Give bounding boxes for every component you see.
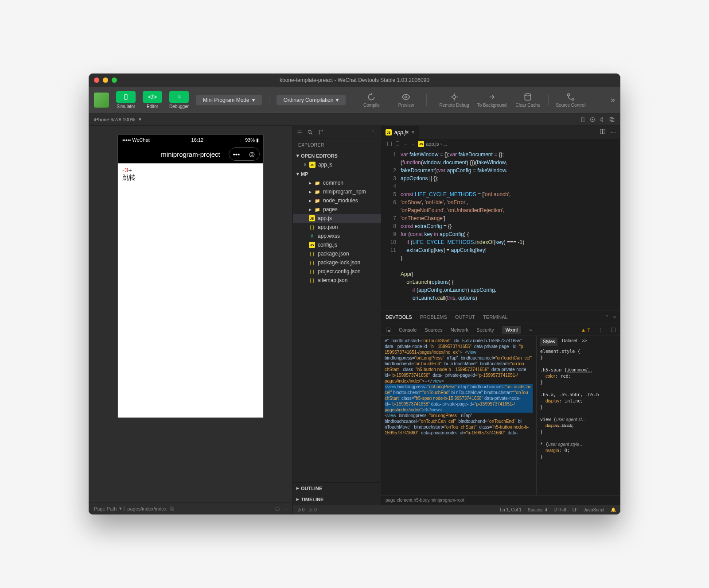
svg-point-8 <box>592 119 593 120</box>
code-editor[interactable]: 1234567891011 var fakeWindow = {};var fa… <box>381 149 620 310</box>
bookmark-icon[interactable] <box>394 141 401 147</box>
warning-badge[interactable]: ▲ 7 <box>581 327 590 333</box>
warn-count[interactable]: ⚠ 0 <box>309 507 316 512</box>
tree-item[interactable]: # app.wxss <box>293 232 381 240</box>
preview-button[interactable]: Preview <box>393 93 419 108</box>
clear-cache-button[interactable]: Clear Cache <box>514 93 541 108</box>
tab-problems[interactable]: PROBLEMS <box>420 314 447 320</box>
mp-section[interactable]: ▾ MP <box>293 169 381 178</box>
encoding[interactable]: UTF-8 <box>553 507 566 512</box>
simulator-button[interactable]: Simulator <box>116 91 136 109</box>
more-icon[interactable]: » <box>529 327 532 333</box>
compile-button[interactable]: Compile <box>358 93 385 108</box>
label: Simulator <box>117 104 135 109</box>
svg-rect-19 <box>387 142 391 146</box>
more-icon[interactable]: » <box>611 95 615 104</box>
chevron-up-icon[interactable]: ⌃ <box>605 314 609 320</box>
kebab-icon[interactable]: ⋮ <box>598 327 603 333</box>
copy-icon[interactable] <box>169 506 175 511</box>
traffic-lights <box>94 77 117 83</box>
expand-icon[interactable] <box>371 129 378 135</box>
editor-button[interactable]: </> Editor <box>143 91 162 109</box>
device-select[interactable]: iPhone 6/7/8 100% <box>94 117 135 122</box>
open-editor-item[interactable]: × JS app.js <box>293 160 381 169</box>
rotate-icon[interactable] <box>580 116 586 123</box>
eol[interactable]: LF <box>573 507 578 512</box>
more-icon[interactable]: ··· <box>610 128 616 136</box>
tab-app-js[interactable]: JS app.js × <box>381 126 419 139</box>
maximize-icon[interactable] <box>112 77 117 83</box>
branch-icon[interactable] <box>318 129 324 135</box>
tree-item[interactable]: { } project.config.json <box>293 267 381 276</box>
tab-terminal[interactable]: TERMINAL <box>483 314 508 320</box>
inspect-icon[interactable] <box>386 327 391 333</box>
tab-devtools[interactable]: DEVTOOLS <box>386 314 412 320</box>
tree-item[interactable]: ▸ 📁 node_modules <box>293 196 381 205</box>
indent[interactable]: Spaces: 4 <box>528 507 547 512</box>
tab-more[interactable]: >> <box>582 338 587 346</box>
background-button[interactable]: To Background <box>477 93 507 108</box>
tree-item[interactable]: ▸ 📁 common <box>293 178 381 187</box>
mode-select[interactable]: Mini Program Mode ▾ <box>196 95 262 105</box>
tree-item[interactable]: { } package.json <box>293 249 381 258</box>
close-icon[interactable]: × <box>411 129 414 135</box>
phone-frame: ••••• WeChat 16:12 93% ▮ miniprogram-pro… <box>117 135 264 418</box>
tree-item[interactable]: { } sitemap.json <box>293 276 381 285</box>
explorer-status: ⊘ 0 ⚠ 0 <box>293 505 381 514</box>
tab-styles[interactable]: Styles <box>540 338 557 346</box>
tree-item[interactable]: { } package-lock.json <box>293 258 381 267</box>
svg-rect-18 <box>603 129 605 134</box>
remote-debug-button[interactable]: Remote Debug <box>439 93 469 108</box>
tree-item[interactable]: ▸ 📁 miniprogram_npm <box>293 187 381 196</box>
more-icon: ••• <box>229 148 244 160</box>
jump-text[interactable]: 跳转 <box>122 174 259 182</box>
dock-icon[interactable] <box>611 327 616 333</box>
source-control-button[interactable]: Source Control <box>556 93 585 108</box>
tab-console[interactable]: Console <box>399 327 417 333</box>
open-editors-section[interactable]: ▾ OPEN EDITORS <box>293 151 381 160</box>
copy-icon[interactable] <box>609 116 615 123</box>
outline-section[interactable]: ▸ OUTLINE <box>293 483 381 494</box>
svg-point-13 <box>308 130 311 133</box>
cursor-pos[interactable]: Ln 1, Col 1 <box>500 507 521 512</box>
tab-network[interactable]: Network <box>451 327 468 333</box>
language[interactable]: JavaScript <box>584 507 604 512</box>
minimize-icon[interactable] <box>103 77 108 83</box>
tab-sources[interactable]: Sources <box>425 327 442 333</box>
tree-item[interactable]: JS app.js <box>293 214 381 223</box>
tab-output[interactable]: OUTPUT <box>455 314 475 320</box>
close-icon[interactable] <box>94 77 99 83</box>
tree-item[interactable]: JS config.js <box>293 240 381 249</box>
capsule-button[interactable]: •••◎ <box>229 147 260 161</box>
crumb-text[interactable]: page element.h5-body.miniprogram-root <box>386 498 464 503</box>
tab-dataset[interactable]: Dataset <box>562 338 577 346</box>
debugger-button[interactable]: ≡ Debugger <box>169 91 189 109</box>
record-icon[interactable] <box>589 116 596 123</box>
tab-security[interactable]: Security <box>476 327 494 333</box>
devtools-panel: DEVTOOLS PROBLEMS OUTPUT TERMINAL ⌃× Con… <box>381 310 620 505</box>
search-icon[interactable] <box>307 129 313 135</box>
error-count[interactable]: ⊘ 0 <box>297 507 304 512</box>
wxml-tree[interactable]: e" bindtouchstart="onTouchStart" cla 5-d… <box>381 336 536 495</box>
tree-item[interactable]: { } app.json <box>293 223 381 232</box>
bell-icon[interactable]: 🔔 <box>611 507 616 512</box>
eye-icon[interactable] <box>274 506 280 512</box>
phone-body[interactable]: -3+ 跳转 <box>118 163 263 418</box>
breadcrumb[interactable]: ← → JS app.js › ... <box>381 139 620 149</box>
tree-item[interactable]: ▸ 📁 pages <box>293 205 381 214</box>
more-icon[interactable]: ··· <box>283 506 287 511</box>
tab-wxml[interactable]: Wxml <box>502 326 522 334</box>
label[interactable]: Page Path <box>94 506 117 511</box>
book-icon[interactable] <box>386 141 393 147</box>
clock: 16:12 <box>191 137 204 143</box>
styles-panel[interactable]: Styles Dataset >> element.style {} .h5-s… <box>536 336 620 495</box>
compilation-select[interactable]: Ordinary Compilation ▾ <box>277 95 346 105</box>
close-icon[interactable]: × <box>304 162 307 168</box>
source[interactable]: var fakeWindow = {};var fakeDocument = {… <box>401 149 620 310</box>
avatar[interactable] <box>94 93 109 108</box>
split-icon[interactable] <box>600 128 606 135</box>
close-icon[interactable]: × <box>613 314 616 320</box>
list-icon[interactable] <box>296 129 303 135</box>
mute-icon[interactable] <box>599 116 605 123</box>
timeline-section[interactable]: ▸ TIMELINE <box>293 494 381 505</box>
